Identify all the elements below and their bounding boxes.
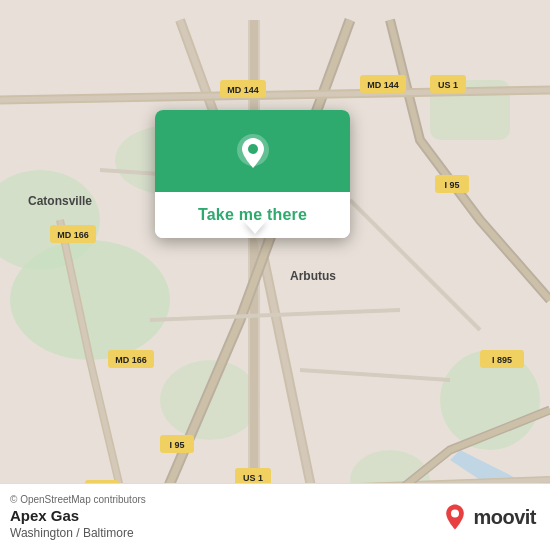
svg-text:I 95: I 95 bbox=[444, 180, 459, 190]
svg-point-34 bbox=[248, 144, 258, 154]
popup-tail bbox=[243, 220, 267, 234]
footer-info: © OpenStreetMap contributors Apex Gas Wa… bbox=[10, 494, 146, 540]
location-name: Apex Gas bbox=[10, 507, 146, 524]
svg-text:MD 144: MD 144 bbox=[227, 85, 259, 95]
location-pin-icon bbox=[232, 132, 274, 174]
moovit-label: moovit bbox=[473, 506, 536, 529]
svg-text:I 95: I 95 bbox=[169, 440, 184, 450]
svg-text:Arbutus: Arbutus bbox=[290, 269, 336, 283]
location-region: Washington / Baltimore bbox=[10, 526, 146, 540]
moovit-pin-icon bbox=[441, 503, 469, 531]
location-popup: Take me there bbox=[155, 110, 350, 238]
svg-text:US 1: US 1 bbox=[243, 473, 263, 483]
popup-header bbox=[155, 110, 350, 192]
svg-text:MD 144: MD 144 bbox=[367, 80, 399, 90]
svg-text:Catonsville: Catonsville bbox=[28, 194, 92, 208]
map-container: River MD 144 MD 144 US bbox=[0, 0, 550, 550]
osm-attribution: © OpenStreetMap contributors bbox=[10, 494, 146, 505]
svg-point-35 bbox=[451, 509, 459, 517]
svg-text:I 895: I 895 bbox=[492, 355, 512, 365]
moovit-logo: moovit bbox=[441, 503, 536, 531]
footer-bar: © OpenStreetMap contributors Apex Gas Wa… bbox=[0, 483, 550, 550]
svg-text:MD 166: MD 166 bbox=[115, 355, 147, 365]
svg-text:US 1: US 1 bbox=[438, 80, 458, 90]
svg-text:MD 166: MD 166 bbox=[57, 230, 89, 240]
